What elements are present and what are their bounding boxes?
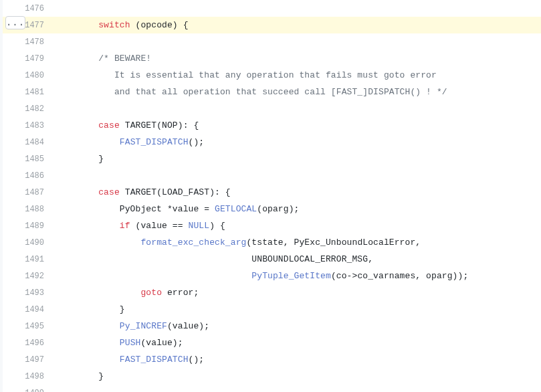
line-content: It is essential that any operation that … [56,68,437,84]
code-token: (tstate, PyExc_UnboundLocalError, [246,237,421,248]
line-content: FAST_DISPATCH(); [56,134,204,151]
line-number[interactable]: 1491 [3,252,56,268]
code-token: ) { [209,221,225,231]
line-content: switch (opcode) { [56,17,189,33]
line-number[interactable]: 1476 [3,1,56,17]
code-token: case [98,187,120,197]
line-number[interactable]: 1479 [3,51,56,67]
line-content: } [56,151,104,167]
line-number[interactable]: 1496 [3,335,56,351]
code-token: It is essential that any operation that … [56,70,437,80]
code-token [56,54,98,64]
line-content: /* BEWARE! [56,51,151,67]
line-content: UNBOUNDLOCAL_ERROR_MSG, [56,252,373,268]
line-number[interactable]: 1492 [3,268,56,284]
code-line[interactable]: 1493 goto error; [3,284,541,301]
code-token: (value == [130,221,189,231]
line-content: } [56,369,104,385]
code-token: (value); [140,338,183,348]
code-token: FAST_DISPATCH [120,355,189,365]
code-token: error; [162,288,199,298]
code-line[interactable]: 1484 FAST_DISPATCH(); [3,134,541,151]
code-token: } [56,304,125,314]
line-number[interactable]: 1482 [3,101,56,117]
code-token [56,137,120,147]
code-line[interactable]: 1479 /* BEWARE! [3,50,541,67]
code-line[interactable]: 1491 UNBOUNDLOCAL_ERROR_MSG, [3,251,541,268]
code-line[interactable]: 1495 Py_INCREF(value); [3,318,541,334]
code-line[interactable]: 1482 [3,100,541,117]
line-number[interactable]: 1484 [3,134,56,151]
code-token: PUSH [120,338,141,348]
code-token: } [56,371,104,381]
code-token: goto [140,288,162,298]
line-number[interactable]: 1478 [3,34,56,50]
line-content: case TARGET(LOAD_FAST): { [56,185,231,201]
line-number[interactable]: 1490 [3,235,56,251]
line-content: PUSH(value); [56,335,183,351]
code-token: PyObject *value = [56,204,215,214]
line-number[interactable]: 1498 [3,369,56,385]
line-number[interactable]: 1483 [3,118,56,134]
line-number[interactable]: 1480 [3,68,56,84]
code-token: and that all operation that succeed call… [56,87,447,97]
code-token: NULL [189,221,210,231]
code-line[interactable]: 1487 case TARGET(LOAD_FAST): { [3,184,541,201]
code-token [56,321,120,331]
code-line[interactable]: 1499 [3,385,541,392]
code-token: FAST_DISPATCH [120,137,189,147]
code-line[interactable]: 1477 switch (opcode) { [3,17,541,33]
code-line[interactable]: 1483 case TARGET(NOP): { [3,117,541,134]
code-line[interactable]: 1485 } [3,151,541,167]
code-token: GETLOCAL [215,204,257,214]
line-content: goto error; [56,285,199,301]
code-token: (opcode) { [130,20,189,30]
code-view: 14761477 switch (opcode) {14781479 /* BE… [0,0,541,392]
code-token: (); [189,137,205,147]
line-content: PyTuple_GetItem(co->co_varnames, oparg))… [56,268,468,284]
code-token [56,338,120,348]
line-number[interactable]: 1494 [3,302,56,318]
line-number[interactable]: 1499 [3,385,56,393]
code-line[interactable]: 1492 PyTuple_GetItem(co->co_varnames, op… [3,268,541,284]
code-token [56,271,251,281]
line-number[interactable]: 1486 [3,168,56,184]
code-token [56,288,140,298]
code-line[interactable]: 1478 [3,33,541,50]
line-number[interactable]: 1485 [3,151,56,167]
code-line[interactable]: 1480 It is essential that any operation … [3,67,541,84]
code-token: if [120,221,130,231]
line-number[interactable]: 1495 [3,318,56,334]
code-token: PyTuple_GetItem [251,271,331,281]
line-number[interactable]: 1481 [3,84,56,100]
code-token: } [56,154,104,164]
code-line[interactable]: 1496 PUSH(value); [3,334,541,351]
code-line[interactable]: 1481 and that all operation that succeed… [3,84,541,100]
code-line[interactable]: 1476 [3,0,541,17]
code-token: case [98,120,120,130]
code-line[interactable]: 1498 } [3,368,541,385]
code-line[interactable]: 1490 format_exc_check_arg(tstate, PyExc_… [3,234,541,251]
code-token: (); [189,355,205,365]
code-token: (value); [167,321,209,331]
code-line[interactable]: 1486 [3,167,541,184]
line-content: PyObject *value = GETLOCAL(oparg); [56,201,299,217]
code-token: (oparg); [257,204,299,214]
code-token [56,237,140,248]
code-line[interactable]: 1488 PyObject *value = GETLOCAL(oparg); [3,201,541,217]
line-number[interactable]: 1488 [3,201,56,217]
code-line[interactable]: 1494 } [3,301,541,318]
ellipsis-icon: ... [6,18,25,27]
line-content: Py_INCREF(value); [56,318,209,334]
line-number[interactable]: 1489 [3,218,56,234]
line-actions-button[interactable]: ... [5,16,25,29]
line-number[interactable]: 1497 [3,352,56,368]
code-line[interactable]: 1497 FAST_DISPATCH(); [3,351,541,368]
line-content: case TARGET(NOP): { [56,118,199,134]
line-number[interactable]: 1487 [3,185,56,201]
code-token: Py_INCREF [120,321,167,331]
code-line[interactable]: 1489 if (value == NULL) { [3,217,541,234]
line-number[interactable]: 1493 [3,285,56,301]
code-token [56,221,120,231]
code-token [56,187,98,197]
